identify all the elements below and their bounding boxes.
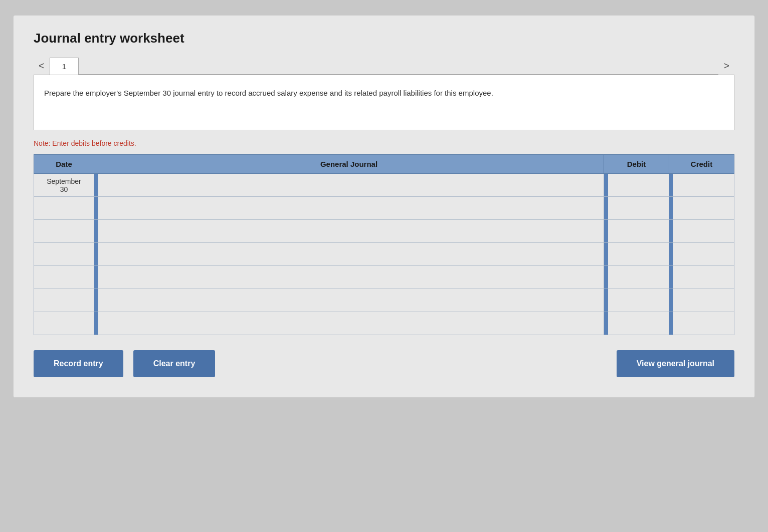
table-row [34, 289, 734, 312]
credit-input-6[interactable] [673, 312, 734, 335]
action-buttons: Record entry Clear entry View general jo… [34, 350, 734, 377]
blue-marker-journal-4 [94, 266, 98, 289]
blue-marker-debit-0 [604, 174, 608, 196]
table-row [34, 312, 734, 335]
note-text: Note: Enter debits before credits. [34, 139, 734, 147]
credit-input-1[interactable] [673, 197, 734, 219]
blue-marker-debit-1 [604, 197, 608, 219]
credit-cell-5[interactable] [669, 289, 734, 312]
credit-cell-2[interactable] [669, 220, 734, 243]
header-general-journal: General Journal [94, 155, 604, 174]
blue-marker-credit-6 [669, 312, 673, 335]
blue-marker-journal-2 [94, 220, 98, 242]
journal-input-3[interactable] [98, 243, 604, 265]
general-journal-cell-5[interactable] [94, 289, 604, 312]
debit-cell-5[interactable] [604, 289, 669, 312]
credit-cell-1[interactable] [669, 197, 734, 220]
header-credit: Credit [669, 155, 734, 174]
credit-input-3[interactable] [673, 243, 734, 265]
credit-input-0[interactable] [673, 174, 734, 196]
clear-entry-button[interactable]: Clear entry [133, 350, 216, 377]
blue-marker-journal-1 [94, 197, 98, 219]
blue-marker-credit-0 [669, 174, 673, 196]
credit-input-2[interactable] [673, 220, 734, 242]
page-title: Journal entry worksheet [34, 31, 734, 46]
general-journal-cell-6[interactable] [94, 312, 604, 335]
blue-marker-debit-5 [604, 289, 608, 312]
general-journal-cell-2[interactable] [94, 220, 604, 243]
general-journal-cell-3[interactable] [94, 243, 604, 266]
journal-input-0[interactable] [98, 174, 604, 196]
journal-input-2[interactable] [98, 220, 604, 242]
journal-input-6[interactable] [98, 312, 604, 335]
blue-marker-debit-6 [604, 312, 608, 335]
debit-input-6[interactable] [608, 312, 669, 335]
date-cell-0: September 30 [34, 174, 94, 197]
blue-marker-credit-5 [669, 289, 673, 312]
table-header-row: Date General Journal Debit Credit [34, 155, 734, 174]
nav-right-arrow[interactable]: > [718, 57, 734, 75]
blue-marker-credit-2 [669, 220, 673, 242]
debit-cell-1[interactable] [604, 197, 669, 220]
credit-cell-0[interactable] [669, 174, 734, 197]
header-debit: Debit [604, 155, 669, 174]
instruction-text: Prepare the employer's September 30 jour… [44, 89, 493, 97]
general-journal-cell-1[interactable] [94, 197, 604, 220]
debit-input-0[interactable] [608, 174, 669, 196]
table-row [34, 243, 734, 266]
date-cell-4 [34, 266, 94, 289]
debit-input-3[interactable] [608, 243, 669, 265]
journal-input-4[interactable] [98, 266, 604, 289]
date-cell-1 [34, 197, 94, 220]
blue-marker-credit-4 [669, 266, 673, 289]
view-general-journal-button[interactable]: View general journal [617, 350, 734, 377]
debit-input-4[interactable] [608, 266, 669, 289]
blue-marker-journal-3 [94, 243, 98, 265]
credit-cell-4[interactable] [669, 266, 734, 289]
journal-input-1[interactable] [98, 197, 604, 219]
date-cell-5 [34, 289, 94, 312]
blue-marker-debit-2 [604, 220, 608, 242]
date-cell-6 [34, 312, 94, 335]
blue-marker-credit-1 [669, 197, 673, 219]
header-date: Date [34, 155, 94, 174]
tab-1[interactable]: 1 [50, 58, 79, 75]
date-cell-2 [34, 220, 94, 243]
debit-cell-0[interactable] [604, 174, 669, 197]
credit-cell-6[interactable] [669, 312, 734, 335]
general-journal-cell-0[interactable] [94, 174, 604, 197]
blue-marker-debit-4 [604, 266, 608, 289]
table-row [34, 197, 734, 220]
general-journal-cell-4[interactable] [94, 266, 604, 289]
credit-input-5[interactable] [673, 289, 734, 312]
nav-left-arrow[interactable]: < [34, 57, 50, 75]
table-row: September 30 [34, 174, 734, 197]
blue-marker-journal-0 [94, 174, 98, 196]
date-cell-3 [34, 243, 94, 266]
tab-spacer [79, 56, 718, 75]
blue-marker-journal-5 [94, 289, 98, 312]
record-entry-button[interactable]: Record entry [34, 350, 123, 377]
debit-input-1[interactable] [608, 197, 669, 219]
tab-navigation: < 1 > [34, 56, 734, 75]
debit-input-5[interactable] [608, 289, 669, 312]
table-row [34, 266, 734, 289]
blue-marker-credit-3 [669, 243, 673, 265]
debit-cell-3[interactable] [604, 243, 669, 266]
credit-cell-3[interactable] [669, 243, 734, 266]
debit-cell-6[interactable] [604, 312, 669, 335]
debit-input-2[interactable] [608, 220, 669, 242]
table-row [34, 220, 734, 243]
credit-input-4[interactable] [673, 266, 734, 289]
blue-marker-debit-3 [604, 243, 608, 265]
main-container: Journal entry worksheet < 1 > Prepare th… [13, 15, 755, 398]
journal-input-5[interactable] [98, 289, 604, 312]
blue-marker-journal-6 [94, 312, 98, 335]
instruction-box: Prepare the employer's September 30 jour… [34, 75, 734, 130]
debit-cell-4[interactable] [604, 266, 669, 289]
debit-cell-2[interactable] [604, 220, 669, 243]
journal-table: Date General Journal Debit Credit Septem… [34, 154, 734, 335]
